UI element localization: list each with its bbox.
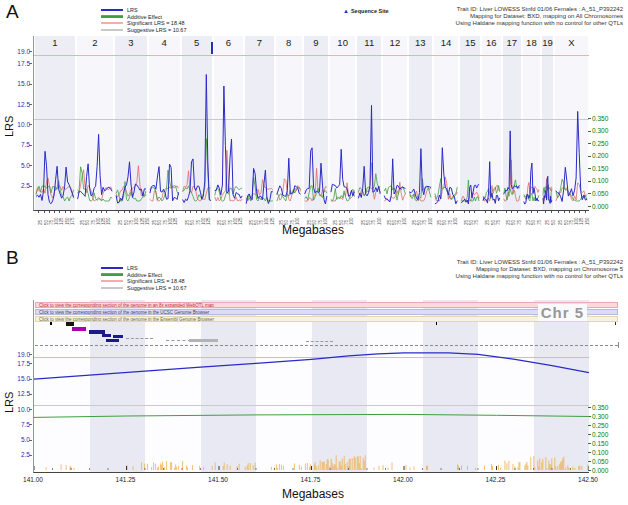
x-tick-label: 50 bbox=[124, 220, 129, 225]
x-tick-label: 100 bbox=[377, 217, 382, 225]
right-tick-label: 0.100 bbox=[592, 449, 608, 456]
x-tick-label: 50 bbox=[190, 220, 195, 225]
right-tick-label: 0.200 bbox=[592, 152, 608, 159]
x-tick-mark bbox=[511, 211, 512, 213]
x-tick-mark bbox=[474, 211, 475, 213]
x-tick-label: 100 bbox=[295, 217, 300, 225]
right-tick-label: 0.300 bbox=[592, 127, 608, 134]
x-tick-mark bbox=[564, 211, 565, 213]
x-tick-label: 125 bbox=[238, 217, 243, 225]
legend-lrs-label: LRS bbox=[127, 7, 138, 13]
right-tick-label: 0.300 bbox=[592, 413, 608, 420]
panel-a-plot[interactable]: 12345678910111213141516171819X bbox=[33, 36, 589, 211]
y-tick-mark bbox=[29, 186, 32, 187]
additive-line-swatch bbox=[101, 273, 123, 276]
y-tick-label: 7.5 bbox=[8, 141, 30, 148]
x-tick-label: 150 bbox=[585, 217, 590, 225]
x-tick-mark bbox=[574, 211, 575, 213]
y-tick-mark bbox=[29, 145, 32, 146]
x-tick-label: 25 bbox=[485, 220, 490, 225]
x-tick-mark bbox=[551, 211, 552, 213]
x-tick-label: 142.50 bbox=[576, 476, 600, 483]
x-tick-label: 141.50 bbox=[206, 476, 230, 483]
x-tick-label: 125 bbox=[59, 217, 64, 225]
y-tick-label: 5.0 bbox=[8, 162, 30, 169]
right-tick-mark bbox=[588, 131, 591, 132]
gene-glyph-10[interactable] bbox=[306, 341, 333, 342]
x-tick-mark bbox=[206, 211, 207, 213]
x-tick-mark bbox=[140, 211, 141, 213]
panel-b-plot[interactable]: Click to view the corresponding section … bbox=[33, 300, 589, 473]
x-tick-label: 50 bbox=[284, 220, 289, 225]
right-tick-label: 0.000 bbox=[592, 203, 608, 210]
gene-glyph-4[interactable] bbox=[102, 334, 111, 337]
y-tick-label: 10.0 bbox=[8, 406, 30, 413]
gene-glyph-14[interactable] bbox=[618, 342, 619, 348]
trait-id-line: Trait ID: Liver LOWESS Stnfd 01/06 Femal… bbox=[303, 259, 623, 266]
right-tick-mark bbox=[588, 181, 591, 182]
x-tick-mark bbox=[96, 211, 97, 213]
y-tick-mark bbox=[29, 63, 32, 64]
x-tick-mark bbox=[152, 211, 153, 213]
x-tick-label: 141.25 bbox=[114, 476, 138, 483]
x-tick-label: 175 bbox=[70, 217, 75, 225]
x-tick-mark bbox=[249, 211, 250, 213]
x-tick-label: 75 bbox=[517, 220, 522, 225]
x-tick-mark bbox=[531, 211, 532, 213]
x-tick-mark bbox=[101, 211, 102, 213]
x-tick-mark bbox=[254, 211, 255, 213]
x-tick-label: 75 bbox=[91, 220, 96, 225]
x-tick-mark bbox=[464, 211, 465, 213]
right-tick-label: 0.000 bbox=[592, 467, 608, 474]
x-tick-mark bbox=[44, 211, 45, 213]
gene-glyph-8[interactable] bbox=[166, 340, 191, 341]
x-tick-mark bbox=[344, 211, 345, 213]
x-tick-mark bbox=[442, 211, 443, 213]
x-tick-mark bbox=[361, 211, 362, 213]
x-tick-label: 75 bbox=[422, 220, 427, 225]
y-tick-label: 17.5 bbox=[8, 60, 30, 67]
x-tick-label: 25 bbox=[333, 220, 338, 225]
y-tick-label: 7.5 bbox=[8, 421, 30, 428]
x-tick-mark bbox=[366, 211, 367, 213]
webqtl-expand-link-strip[interactable]: Click to view the corresponding section … bbox=[35, 302, 618, 308]
ucsc-browser-link-strip[interactable]: Click to view the corresponding section … bbox=[35, 309, 618, 315]
panel-a-label: A bbox=[6, 1, 19, 23]
x-tick-mark bbox=[295, 211, 296, 213]
qtl-map-page: A LRS Additive Effect Significant LRS = … bbox=[0, 0, 628, 505]
x-tick-mark bbox=[428, 211, 429, 213]
gene-glyph-5[interactable] bbox=[113, 335, 123, 338]
x-tick-label: 125 bbox=[173, 217, 178, 225]
gene-glyph-1[interactable] bbox=[66, 322, 74, 326]
x-tick-mark bbox=[85, 211, 86, 213]
x-tick-label: 75 bbox=[290, 220, 295, 225]
gene-glyph-6[interactable] bbox=[106, 339, 119, 342]
gene-glyph-9[interactable] bbox=[189, 339, 218, 342]
suggestive-line-swatch bbox=[101, 287, 123, 289]
x-tick-label: 125 bbox=[270, 217, 275, 225]
y-tick-label: 19.0 bbox=[8, 351, 30, 358]
x-tick-mark bbox=[517, 211, 518, 213]
x-tick-label: 141.75 bbox=[299, 476, 323, 483]
x-tick-mark bbox=[38, 211, 39, 213]
ensembl-browser-link-strip[interactable]: Click to view the corresponding section … bbox=[35, 316, 618, 322]
right-tick-label: 0.200 bbox=[592, 431, 608, 438]
gene-glyph-7[interactable] bbox=[126, 338, 153, 339]
x-tick-mark bbox=[185, 211, 186, 213]
x-tick-mark bbox=[163, 211, 164, 213]
x-tick-mark bbox=[168, 211, 169, 213]
x-tick-mark bbox=[80, 211, 81, 213]
x-tick-label: 75 bbox=[448, 220, 453, 225]
gene-glyph-13[interactable] bbox=[35, 345, 618, 346]
x-tick-label: 75 bbox=[537, 220, 542, 225]
x-tick-label: 50 bbox=[85, 220, 90, 225]
x-tick-mark bbox=[537, 211, 538, 213]
y-tick-label: 12.5 bbox=[8, 390, 30, 397]
x-tick-mark bbox=[190, 211, 191, 213]
x-tick-label: 125 bbox=[579, 217, 584, 225]
gene-glyph-2[interactable] bbox=[72, 327, 86, 331]
y-tick-label: 15.0 bbox=[8, 375, 30, 382]
mapping-dataset-line: Mapping for Dataset: BXD, mapping on All… bbox=[303, 13, 623, 20]
right-tick-label: 0.250 bbox=[592, 422, 608, 429]
x-tick-label: 75 bbox=[228, 220, 233, 225]
